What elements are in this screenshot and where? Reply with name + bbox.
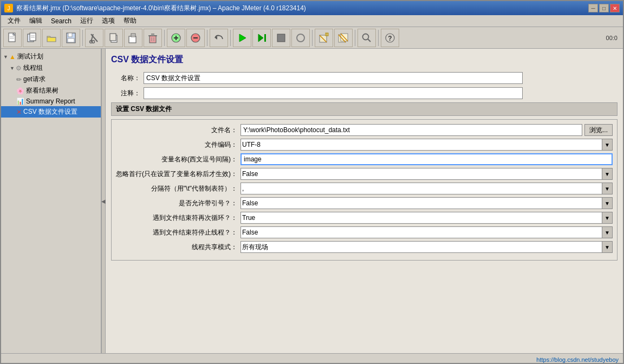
copy-button[interactable] [105, 29, 123, 47]
name-label: 名称： [111, 74, 144, 83]
ignore-firstline-select[interactable]: False True [240, 168, 613, 180]
recycle-select-wrapper: True False ▼ [240, 212, 613, 224]
tree-arrow-thread-group: ▼ [10, 66, 15, 71]
svg-line-44 [368, 39, 370, 42]
results-tree-icon: 🌸 [16, 87, 24, 95]
delimiter-label: 分隔符（用"\t"代替制表符）： [116, 184, 240, 193]
menu-search[interactable]: Search [47, 16, 76, 26]
cut-button[interactable] [85, 29, 103, 47]
csv-config-icon: ✕ [16, 108, 22, 116]
quoted-data-row: 是否允许带引号？： False True ▼ [116, 197, 613, 209]
statusbar: https://blog.csdn.net/studyeboy [1, 353, 623, 364]
summary-report-icon: 📊 [16, 98, 24, 105]
menu-options[interactable]: 选项 [98, 15, 119, 27]
add-button[interactable] [167, 29, 185, 47]
search-button[interactable] [358, 29, 376, 47]
undo-button[interactable] [210, 29, 228, 47]
share-mode-select[interactable]: 所有现场 当前线程组 当前线程 [240, 241, 613, 253]
sidebar-item-thread-group[interactable]: ▼ ⚙ 线程组 [1, 62, 101, 74]
toolbar-separator-4 [230, 30, 231, 46]
stop-thread-label: 遇到文件结束符停止线程？： [116, 228, 240, 237]
menu-edit[interactable]: 编辑 [25, 15, 47, 27]
titlebar: J 察看结果树.jmx (D:\software\apache-jmeter-4… [1, 1, 623, 15]
sidebar-item-get-request[interactable]: ✏ get请求 [1, 74, 101, 85]
delimiter-select-wrapper: , \t ; ▼ [240, 183, 613, 194]
comment-label: 注释： [111, 89, 144, 98]
remove-button[interactable] [186, 29, 205, 47]
browse-button[interactable]: 浏览... [584, 124, 613, 136]
start-no-pause-button[interactable] [252, 29, 271, 47]
sidebar-item-csv-config[interactable]: ✕ CSV 数据文件设置 [1, 106, 101, 118]
save-button[interactable] [62, 29, 80, 47]
delimiter-field: , \t ; ▼ [240, 183, 613, 194]
delete-button[interactable] [144, 29, 162, 47]
sidebar-item-test-plan[interactable]: ▼ ▲ 测试计划 [1, 51, 101, 62]
maximize-button[interactable]: □ [599, 4, 609, 12]
minimize-button[interactable]: ─ [588, 4, 598, 12]
svg-point-13 [92, 40, 95, 43]
tree-arrow-test-plan: ▼ [3, 54, 8, 60]
share-mode-select-wrapper: 所有现场 当前线程组 当前线程 ▼ [240, 241, 613, 253]
recycle-row: 遇到文件结束符再次循环？： True False ▼ [116, 212, 613, 224]
section-header: 设置 CSV 数据文件 [111, 102, 618, 116]
toolbar-separator-6 [355, 30, 355, 46]
recycle-select[interactable]: True False [240, 212, 613, 224]
app-icon: J [4, 4, 13, 12]
clear-all-button[interactable] [334, 29, 353, 47]
menu-file[interactable]: 文件 [3, 15, 25, 27]
comment-row: 注释： [111, 87, 618, 99]
content-area: CSV 数据文件设置 名称： 注释： 设置 CSV 数据文件 文件名： 浏览..… [106, 49, 623, 353]
filename-row: 文件名： 浏览... [116, 124, 613, 136]
varnames-row: 变量名称(西文逗号间隔)： [116, 153, 613, 165]
delimiter-row: 分隔符（用"\t"代替制表符）： , \t ; ▼ [116, 183, 613, 194]
menu-help[interactable]: 帮助 [119, 15, 141, 27]
menu-run[interactable]: 运行 [76, 15, 98, 27]
svg-rect-32 [264, 34, 266, 42]
name-row: 名称： [111, 72, 618, 84]
svg-rect-19 [150, 36, 156, 43]
quoted-data-select[interactable]: False True [240, 197, 613, 209]
stop-button[interactable] [272, 29, 290, 47]
comment-input[interactable] [144, 87, 523, 99]
sidebar-item-view-results-tree[interactable]: 🌸 察看结果树 [1, 85, 101, 96]
encoding-row: 文件编码： UTF-8 GBK ISO-8859-1 ▼ [116, 139, 613, 151]
share-mode-row: 线程共享模式： 所有现场 当前线程组 当前线程 ▼ [116, 241, 613, 253]
sidebar: ▼ ▲ 测试计划 ▼ ⚙ 线程组 ✏ get请求 🌸 察看结果树 📊 Summa… [1, 49, 101, 353]
statusbar-link[interactable]: https://blog.csdn.net/studyeboy [536, 356, 619, 363]
sidebar-item-label-csv-config: CSV 数据文件设置 [23, 107, 77, 116]
svg-point-34 [297, 34, 304, 42]
clear-button[interactable] [315, 29, 333, 47]
close-button[interactable]: ✕ [610, 4, 620, 12]
svg-text:?: ? [388, 34, 392, 42]
varnames-field [240, 153, 613, 165]
start-button[interactable] [233, 29, 251, 47]
thread-group-icon: ⚙ [16, 64, 22, 72]
help-button[interactable]: ? [381, 29, 399, 47]
encoding-select-wrapper: UTF-8 GBK ISO-8859-1 ▼ [240, 139, 613, 151]
menubar: 文件 编辑 Search 运行 选项 帮助 [1, 15, 623, 27]
csv-form: 文件名： 浏览... 文件编码： UTF-8 GBK ISO-8859-1 [111, 119, 618, 261]
name-input[interactable] [144, 72, 523, 84]
sidebar-item-summary-report[interactable]: 📊 Summary Report [1, 96, 101, 106]
delimiter-select[interactable]: , \t ; [240, 183, 613, 194]
svg-rect-15 [110, 34, 116, 41]
new-button[interactable] [3, 29, 22, 47]
filename-field: 浏览... [240, 124, 613, 136]
window-title: 察看结果树.jmx (D:\software\apache-jmeter-4.0… [16, 4, 588, 13]
templates-button[interactable] [23, 29, 41, 47]
timer-display: 00:0 [606, 35, 621, 41]
encoding-select[interactable]: UTF-8 GBK ISO-8859-1 [240, 139, 613, 151]
filename-input[interactable] [240, 124, 582, 136]
paste-button[interactable] [124, 29, 142, 47]
svg-rect-4 [30, 33, 36, 41]
toolbar-separator-5 [312, 30, 313, 46]
varnames-input[interactable] [240, 153, 613, 165]
stop-thread-select[interactable]: False True [240, 226, 613, 238]
sidebar-item-label-test-plan: 测试计划 [17, 52, 43, 61]
get-request-icon: ✏ [16, 76, 22, 83]
shutdown-button[interactable] [291, 29, 310, 47]
open-button[interactable] [42, 29, 61, 47]
sidebar-collapse-handle[interactable]: ◀ [101, 49, 106, 353]
filename-label: 文件名： [116, 126, 240, 135]
sidebar-item-label-summary-report: Summary Report [26, 98, 75, 105]
